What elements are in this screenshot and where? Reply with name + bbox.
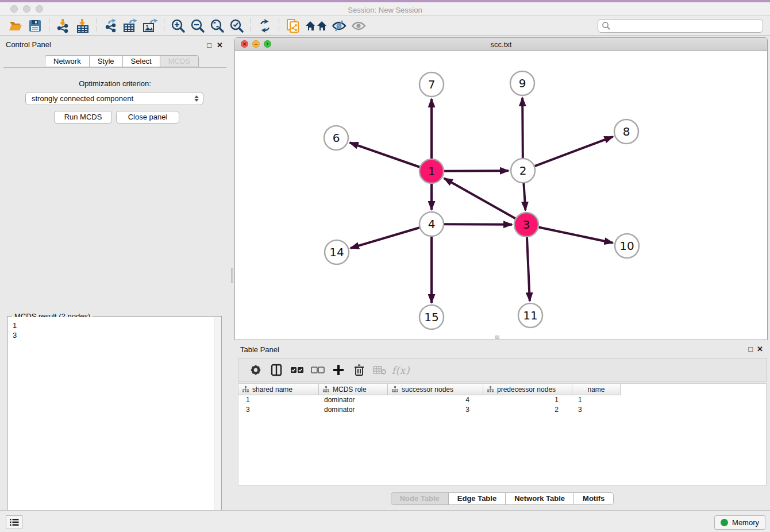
export-network-icon[interactable] [101, 17, 121, 34]
edge-2-8[interactable] [535, 137, 613, 166]
import-table-icon[interactable] [73, 17, 93, 34]
edge-2-9[interactable] [522, 98, 523, 158]
float-table-panel-icon[interactable]: □ [748, 345, 753, 353]
search-input[interactable] [598, 19, 763, 33]
float-panel-icon[interactable]: □ [207, 41, 211, 49]
tab-mcds[interactable]: MCDS [160, 55, 199, 67]
tab-node-table[interactable]: Node Table [391, 492, 448, 505]
toolbar-separator [164, 18, 164, 33]
open-file-icon[interactable] [6, 17, 25, 34]
control-panel-title: Control Panel [6, 40, 51, 49]
node-10[interactable]: 10 [615, 234, 639, 258]
column-header-name[interactable]: name [572, 384, 621, 395]
close-panel-button[interactable]: Close panel [116, 111, 179, 124]
table-cell[interactable]: 1 [572, 395, 621, 405]
mcds-result-list[interactable]: 13 [8, 317, 221, 532]
node-11[interactable]: 11 [518, 303, 542, 327]
add-column-icon[interactable] [328, 360, 349, 380]
zoom-out-icon[interactable] [188, 17, 207, 34]
node-6[interactable]: 6 [324, 126, 348, 150]
tab-select[interactable]: Select [122, 55, 160, 67]
table-panel: Table Panel □ ✕ f(x) shared nameMCDS rol… [234, 342, 770, 509]
edge-3-11[interactable] [527, 237, 530, 301]
function-builder-icon[interactable]: f(x) [390, 360, 411, 380]
edge-1-2[interactable] [444, 171, 509, 171]
close-panel-icon[interactable]: ✕ [217, 41, 223, 49]
splitter-grip[interactable] [231, 268, 233, 283]
table-cell[interactable]: 3 [388, 405, 483, 415]
clone-network-icon[interactable] [283, 17, 303, 34]
export-table-icon[interactable] [121, 17, 140, 34]
optimization-criterion-select[interactable]: strongly connected component [25, 92, 203, 105]
edge-4-14[interactable] [351, 228, 419, 248]
column-header-MCDS-role[interactable]: MCDS role [319, 384, 388, 395]
result-scrollbar[interactable] [214, 317, 221, 532]
column-header-successor-nodes[interactable]: successor nodes [388, 384, 483, 395]
node-14[interactable]: 14 [325, 240, 349, 264]
table-cell[interactable]: 1 [238, 395, 319, 405]
zoom-fit-icon[interactable] [207, 17, 227, 34]
show-all-networks-icon[interactable] [303, 17, 329, 34]
edge-3-10[interactable] [539, 228, 613, 243]
run-mcds-button[interactable]: Run MCDS [54, 111, 112, 124]
table-settings-gear-icon[interactable] [245, 360, 266, 380]
zoom-selected-icon[interactable] [227, 17, 247, 34]
search-field-wrap [598, 19, 763, 33]
hide-selected-eye-icon[interactable] [329, 17, 349, 34]
edge-2-3[interactable] [523, 183, 525, 210]
node-3[interactable]: 3 [514, 213, 538, 237]
apply-layout-icon[interactable] [255, 17, 275, 34]
column-header-predecessor-nodes[interactable]: predecessor nodes [483, 384, 572, 395]
node-15[interactable]: 15 [419, 305, 444, 329]
table-cell[interactable]: dominator [319, 405, 388, 415]
node-9[interactable]: 9 [510, 71, 534, 95]
table-row[interactable]: 1dominator411 [238, 395, 766, 405]
show-selected-eye-icon[interactable] [349, 17, 368, 34]
save-session-icon[interactable] [25, 17, 45, 34]
control-panel-header: Control Panel □ ✕ [0, 40, 230, 52]
node-8[interactable]: 8 [614, 119, 638, 144]
network-resize-grip[interactable] [495, 336, 499, 339]
import-network-icon[interactable] [53, 17, 73, 34]
node-1[interactable]: 1 [419, 159, 444, 183]
tab-network[interactable]: Network [45, 55, 89, 67]
zoom-in-icon[interactable] [168, 17, 188, 34]
mcds-result-values: 13 [8, 317, 221, 340]
edge-1-6[interactable] [350, 142, 420, 167]
table-cell[interactable]: 3 [572, 405, 621, 415]
export-image-icon[interactable] [140, 17, 160, 34]
network-canvas[interactable]: 7968124314101511 [235, 51, 767, 340]
column-header-label: MCDS role [333, 385, 367, 394]
edge-3-1[interactable] [444, 178, 515, 218]
node-label: 3 [523, 218, 530, 232]
table-row[interactable]: 3dominator323 [238, 405, 766, 415]
app-titlebar: Session: New Session [0, 2, 770, 16]
tab-network-table[interactable]: Network Table [505, 492, 573, 505]
tab-edge-table[interactable]: Edge Table [448, 492, 505, 505]
select-all-rows-icon[interactable] [287, 360, 307, 380]
deselect-all-rows-icon[interactable] [307, 360, 328, 380]
table-cell[interactable]: 2 [483, 405, 572, 415]
node-7[interactable]: 7 [419, 72, 444, 97]
column-layout-icon[interactable] [266, 360, 287, 380]
delete-column-trash-icon[interactable] [349, 360, 369, 380]
node-4[interactable]: 4 [419, 212, 444, 236]
network-window-titlebar[interactable]: ✕ − + scc.txt [235, 38, 767, 51]
task-history-button[interactable] [6, 515, 22, 529]
tab-style[interactable]: Style [89, 55, 122, 67]
panel-splitter[interactable] [230, 36, 234, 509]
node-label: 7 [428, 78, 436, 91]
delete-table-icon[interactable] [369, 360, 390, 380]
table-cell[interactable]: 4 [388, 395, 483, 405]
edge-4-3[interactable] [444, 224, 512, 225]
table-cell[interactable]: dominator [319, 395, 388, 405]
table-cell[interactable]: 1 [483, 395, 572, 405]
close-table-panel-icon[interactable]: ✕ [757, 345, 763, 353]
memory-button[interactable]: Memory [714, 515, 765, 530]
node-2[interactable]: 2 [511, 159, 535, 183]
column-header-shared-name[interactable]: shared name [238, 384, 319, 395]
tab-motifs[interactable]: Motifs [573, 492, 614, 505]
node-table[interactable]: shared nameMCDS rolesuccessor nodesprede… [238, 383, 767, 485]
node-label: 6 [333, 131, 340, 145]
table-cell[interactable]: 3 [238, 405, 319, 415]
